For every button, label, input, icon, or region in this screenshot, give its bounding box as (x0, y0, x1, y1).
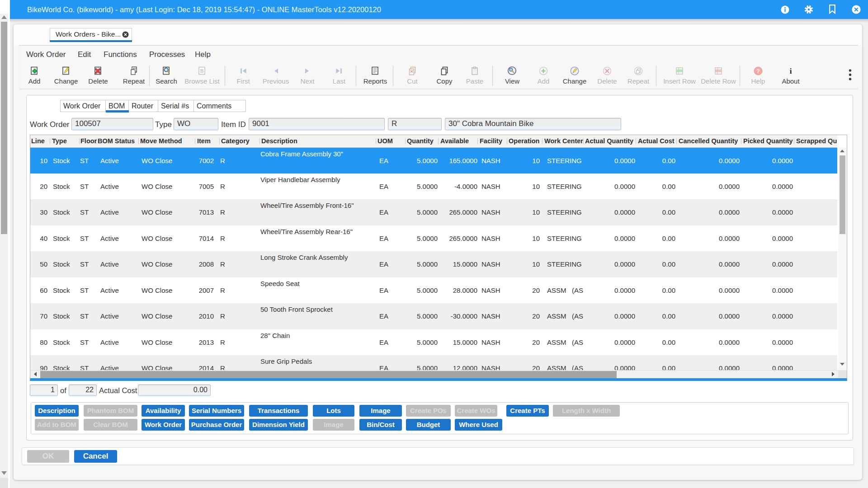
svg-text:B: B (200, 68, 203, 74)
svg-text:?: ? (756, 68, 760, 75)
svg-text:i: i (790, 67, 792, 75)
